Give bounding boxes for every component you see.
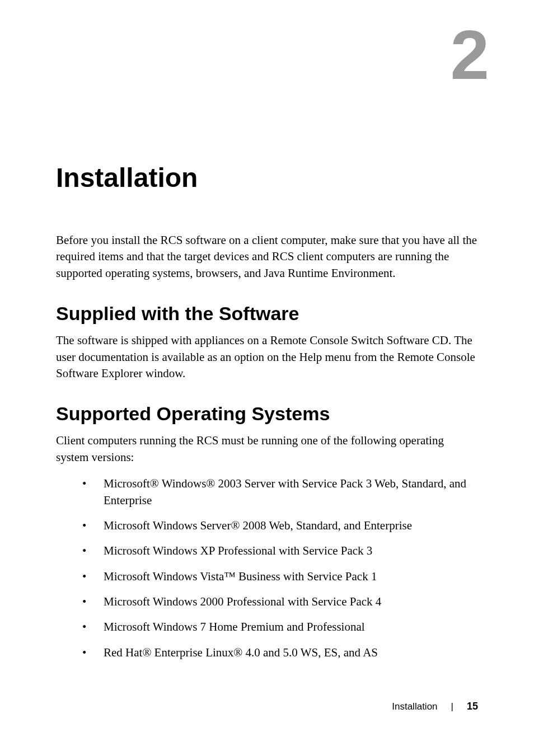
list-item: Red Hat® Enterprise Linux® 4.0 and 5.0 W…: [104, 645, 478, 661]
page-footer: Installation | 15: [392, 701, 478, 712]
intro-paragraph: Before you install the RCS software on a…: [56, 232, 478, 281]
footer-label: Installation: [392, 701, 437, 712]
footer-page-number: 15: [467, 701, 478, 712]
section-heading-supplied: Supplied with the Software: [56, 303, 478, 325]
footer-separator: |: [451, 701, 453, 712]
list-item: Microsoft Windows 7 Home Premium and Pro…: [104, 619, 478, 635]
page-title: Installation: [56, 162, 478, 193]
section-paragraph-supplied: The software is shipped with appliances …: [56, 332, 478, 382]
section-heading-os: Supported Operating Systems: [56, 403, 478, 425]
list-item: Microsoft Windows XP Professional with S…: [104, 543, 478, 559]
list-item: Microsoft Windows 2000 Professional with…: [104, 594, 478, 610]
list-item: Microsoft® Windows® 2003 Server with Ser…: [104, 476, 478, 509]
os-list: Microsoft® Windows® 2003 Server with Ser…: [56, 476, 478, 661]
list-item: Microsoft Windows Server® 2008 Web, Stan…: [104, 518, 478, 534]
chapter-number: 2: [450, 20, 489, 90]
list-item: Microsoft Windows Vista™ Business with S…: [104, 569, 478, 585]
os-list-intro: Client computers running the RCS must be…: [56, 433, 478, 466]
